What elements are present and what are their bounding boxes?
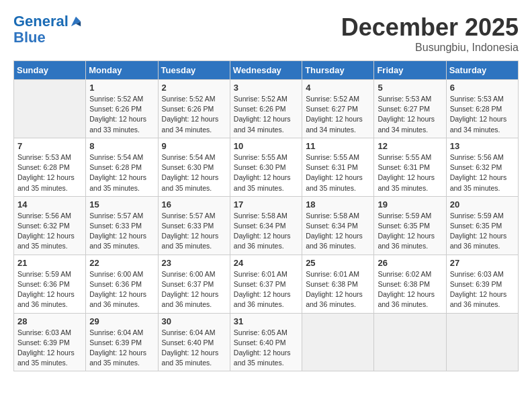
day-cell: 11Sunrise: 5:55 AMSunset: 6:31 PMDayligh… bbox=[302, 138, 374, 196]
day-number: 4 bbox=[306, 83, 370, 93]
day-cell: 27Sunrise: 6:03 AMSunset: 6:39 PMDayligh… bbox=[446, 255, 518, 313]
day-number: 7 bbox=[17, 141, 82, 151]
day-info: Sunrise: 5:57 AMSunset: 6:33 PMDaylight:… bbox=[89, 211, 154, 252]
day-cell bbox=[302, 313, 374, 371]
day-info: Sunrise: 6:04 AMSunset: 6:39 PMDaylight:… bbox=[89, 328, 154, 369]
day-info: Sunrise: 5:55 AMSunset: 6:30 PMDaylight:… bbox=[234, 152, 298, 193]
calendar-table: SundayMondayTuesdayWednesdayThursdayFrid… bbox=[13, 60, 519, 371]
day-info: Sunrise: 5:53 AMSunset: 6:27 PMDaylight:… bbox=[378, 94, 442, 135]
logo-icon bbox=[70, 15, 82, 28]
day-cell: 29Sunrise: 6:04 AMSunset: 6:39 PMDayligh… bbox=[86, 313, 158, 371]
day-info: Sunrise: 6:00 AMSunset: 6:37 PMDaylight:… bbox=[162, 269, 226, 310]
day-cell: 26Sunrise: 6:02 AMSunset: 6:38 PMDayligh… bbox=[374, 255, 446, 313]
day-number: 19 bbox=[378, 199, 442, 210]
day-number: 29 bbox=[89, 316, 154, 326]
day-info: Sunrise: 6:05 AMSunset: 6:40 PMDaylight:… bbox=[234, 328, 298, 369]
day-cell: 23Sunrise: 6:00 AMSunset: 6:37 PMDayligh… bbox=[158, 255, 230, 313]
day-info: Sunrise: 5:58 AMSunset: 6:34 PMDaylight:… bbox=[234, 211, 298, 252]
day-cell: 19Sunrise: 5:59 AMSunset: 6:35 PMDayligh… bbox=[374, 196, 446, 255]
day-number: 26 bbox=[378, 258, 442, 268]
day-info: Sunrise: 5:52 AMSunset: 6:27 PMDaylight:… bbox=[306, 94, 370, 135]
day-info: Sunrise: 5:56 AMSunset: 6:32 PMDaylight:… bbox=[450, 152, 515, 193]
day-cell bbox=[14, 80, 86, 138]
day-info: Sunrise: 5:57 AMSunset: 6:33 PMDaylight:… bbox=[162, 211, 226, 252]
day-cell: 12Sunrise: 5:55 AMSunset: 6:31 PMDayligh… bbox=[374, 138, 446, 196]
day-cell: 21Sunrise: 5:59 AMSunset: 6:36 PMDayligh… bbox=[14, 255, 86, 313]
day-cell bbox=[374, 313, 446, 371]
day-info: Sunrise: 6:00 AMSunset: 6:36 PMDaylight:… bbox=[89, 269, 154, 310]
day-info: Sunrise: 5:59 AMSunset: 6:36 PMDaylight:… bbox=[17, 269, 82, 310]
day-number: 11 bbox=[306, 141, 370, 151]
day-number: 6 bbox=[450, 83, 515, 93]
day-cell: 22Sunrise: 6:00 AMSunset: 6:36 PMDayligh… bbox=[86, 255, 158, 313]
day-number: 20 bbox=[450, 199, 515, 210]
calendar-body: 1Sunrise: 5:52 AMSunset: 6:26 PMDaylight… bbox=[14, 80, 519, 371]
week-row-1: 1Sunrise: 5:52 AMSunset: 6:26 PMDaylight… bbox=[14, 80, 519, 138]
day-info: Sunrise: 6:02 AMSunset: 6:38 PMDaylight:… bbox=[378, 269, 442, 310]
day-info: Sunrise: 5:54 AMSunset: 6:28 PMDaylight:… bbox=[89, 152, 154, 193]
day-number: 22 bbox=[89, 258, 154, 268]
logo: General Blue bbox=[13, 13, 82, 46]
day-number: 10 bbox=[234, 141, 298, 151]
header-cell-wednesday: Wednesday bbox=[230, 61, 302, 80]
header-cell-saturday: Saturday bbox=[446, 61, 518, 80]
day-number: 5 bbox=[378, 83, 442, 93]
day-info: Sunrise: 5:53 AMSunset: 6:28 PMDaylight:… bbox=[450, 94, 515, 135]
day-info: Sunrise: 5:56 AMSunset: 6:32 PMDaylight:… bbox=[17, 211, 82, 252]
day-number: 18 bbox=[306, 199, 370, 210]
day-number: 16 bbox=[162, 199, 226, 210]
day-number: 24 bbox=[234, 258, 298, 268]
day-cell: 25Sunrise: 6:01 AMSunset: 6:38 PMDayligh… bbox=[302, 255, 374, 313]
day-number: 15 bbox=[89, 199, 154, 210]
week-row-5: 28Sunrise: 6:03 AMSunset: 6:39 PMDayligh… bbox=[14, 313, 519, 371]
day-number: 12 bbox=[378, 141, 442, 151]
week-row-4: 21Sunrise: 5:59 AMSunset: 6:36 PMDayligh… bbox=[14, 255, 519, 313]
day-cell: 9Sunrise: 5:54 AMSunset: 6:30 PMDaylight… bbox=[158, 138, 230, 196]
header-cell-friday: Friday bbox=[374, 61, 446, 80]
day-info: Sunrise: 6:03 AMSunset: 6:39 PMDaylight:… bbox=[17, 328, 82, 369]
location: Busungbiu, Indonesia bbox=[341, 42, 519, 54]
day-info: Sunrise: 5:52 AMSunset: 6:26 PMDaylight:… bbox=[89, 94, 154, 135]
day-cell bbox=[446, 313, 518, 371]
day-cell: 3Sunrise: 5:52 AMSunset: 6:26 PMDaylight… bbox=[230, 80, 302, 138]
day-number: 13 bbox=[450, 141, 515, 151]
day-number: 21 bbox=[17, 258, 82, 268]
day-cell: 7Sunrise: 5:53 AMSunset: 6:28 PMDaylight… bbox=[14, 138, 86, 196]
day-info: Sunrise: 6:04 AMSunset: 6:40 PMDaylight:… bbox=[162, 328, 226, 369]
day-cell: 20Sunrise: 5:59 AMSunset: 6:35 PMDayligh… bbox=[446, 196, 518, 255]
title-block: December 2025 Busungbiu, Indonesia bbox=[341, 13, 519, 54]
day-cell: 30Sunrise: 6:04 AMSunset: 6:40 PMDayligh… bbox=[158, 313, 230, 371]
day-cell: 14Sunrise: 5:56 AMSunset: 6:32 PMDayligh… bbox=[14, 196, 86, 255]
day-info: Sunrise: 5:52 AMSunset: 6:26 PMDaylight:… bbox=[234, 94, 298, 135]
day-number: 2 bbox=[162, 83, 226, 93]
day-number: 17 bbox=[234, 199, 298, 210]
week-row-2: 7Sunrise: 5:53 AMSunset: 6:28 PMDaylight… bbox=[14, 138, 519, 196]
day-info: Sunrise: 5:59 AMSunset: 6:35 PMDaylight:… bbox=[378, 211, 442, 252]
day-cell: 31Sunrise: 6:05 AMSunset: 6:40 PMDayligh… bbox=[230, 313, 302, 371]
logo-text: General bbox=[13, 13, 69, 30]
day-cell: 24Sunrise: 6:01 AMSunset: 6:37 PMDayligh… bbox=[230, 255, 302, 313]
day-number: 31 bbox=[234, 316, 298, 326]
day-cell: 2Sunrise: 5:52 AMSunset: 6:26 PMDaylight… bbox=[158, 80, 230, 138]
day-info: Sunrise: 6:01 AMSunset: 6:38 PMDaylight:… bbox=[306, 269, 370, 310]
day-number: 28 bbox=[17, 316, 82, 326]
week-row-3: 14Sunrise: 5:56 AMSunset: 6:32 PMDayligh… bbox=[14, 196, 519, 255]
page-header: General Blue December 2025 Busungbiu, In… bbox=[13, 13, 519, 54]
day-number: 9 bbox=[162, 141, 226, 151]
day-number: 3 bbox=[234, 83, 298, 93]
day-number: 1 bbox=[89, 83, 154, 93]
header-cell-thursday: Thursday bbox=[302, 61, 374, 80]
day-info: Sunrise: 5:55 AMSunset: 6:31 PMDaylight:… bbox=[378, 152, 442, 193]
day-cell: 28Sunrise: 6:03 AMSunset: 6:39 PMDayligh… bbox=[14, 313, 86, 371]
day-number: 25 bbox=[306, 258, 370, 268]
day-cell: 8Sunrise: 5:54 AMSunset: 6:28 PMDaylight… bbox=[86, 138, 158, 196]
day-number: 27 bbox=[450, 258, 515, 268]
header-row: SundayMondayTuesdayWednesdayThursdayFrid… bbox=[14, 61, 519, 80]
day-cell: 6Sunrise: 5:53 AMSunset: 6:28 PMDaylight… bbox=[446, 80, 518, 138]
header-cell-monday: Monday bbox=[86, 61, 158, 80]
day-info: Sunrise: 5:54 AMSunset: 6:30 PMDaylight:… bbox=[162, 152, 226, 193]
day-cell: 16Sunrise: 5:57 AMSunset: 6:33 PMDayligh… bbox=[158, 196, 230, 255]
logo-text2: Blue bbox=[13, 30, 82, 46]
day-info: Sunrise: 5:58 AMSunset: 6:34 PMDaylight:… bbox=[306, 211, 370, 252]
day-info: Sunrise: 5:53 AMSunset: 6:28 PMDaylight:… bbox=[17, 152, 82, 193]
